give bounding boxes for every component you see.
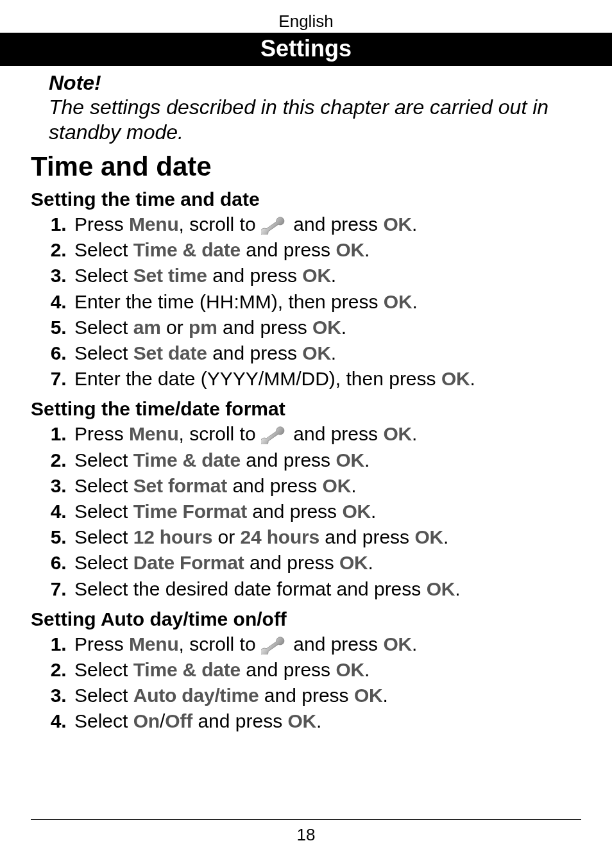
step-text: . <box>364 449 370 471</box>
menu-label: Time Format <box>133 501 247 522</box>
step-text: . <box>412 291 417 312</box>
step-text: Select the desired date format and press <box>74 578 427 599</box>
step-text: Enter the time (HH:MM), then press <box>74 291 384 312</box>
step-text: and press <box>293 213 383 235</box>
steps-list: Press Menu, scroll to and press OK. Sele… <box>31 631 581 735</box>
subsection-heading: Setting the time/date format <box>31 398 581 420</box>
step-text: and press <box>241 239 336 260</box>
step-item: Select 12 hours or 24 hours and press OK… <box>72 524 581 550</box>
menu-label: OK <box>383 633 412 655</box>
step-text: , scroll to <box>179 633 261 655</box>
language-label: English <box>31 12 581 31</box>
menu-label: OK <box>302 342 331 363</box>
step-text: . <box>443 526 448 547</box>
step-text: Select <box>74 449 133 471</box>
menu-label: 24 hours <box>241 526 319 547</box>
menu-label: OK <box>414 526 443 547</box>
step-text: and press <box>217 317 312 338</box>
menu-label: OK <box>383 423 412 444</box>
step-item: Press Menu, scroll to and press OK. <box>72 421 581 447</box>
menu-label: Time & date <box>133 239 241 260</box>
step-text: Select <box>74 685 133 706</box>
page-footer: 18 <box>31 819 581 845</box>
step-item: Enter the time (HH:MM), then press OK. <box>72 289 581 315</box>
step-text: Select <box>74 265 133 286</box>
step-text: Select <box>74 710 133 731</box>
step-text: Select <box>74 239 133 260</box>
step-text: and press <box>227 475 322 496</box>
menu-label: Time & date <box>133 449 241 471</box>
step-text: Select <box>74 501 133 522</box>
step-item: Select Set format and press OK. <box>72 473 581 499</box>
menu-label: OK <box>342 501 371 522</box>
step-text: and press <box>293 633 383 655</box>
step-text: and press <box>207 342 302 363</box>
menu-label: Set format <box>133 475 227 496</box>
page: English Settings Note! The settings desc… <box>0 0 612 868</box>
step-text: . <box>412 633 417 655</box>
wrench-icon <box>261 215 288 235</box>
step-item: Select Time & date and press OK. <box>72 657 581 683</box>
step-text: . <box>455 578 460 599</box>
step-text: or <box>212 526 240 547</box>
subsection-heading: Setting Auto day/time on/off <box>31 608 581 630</box>
menu-label: Time & date <box>133 659 241 680</box>
step-text: , scroll to <box>179 213 261 235</box>
step-text: or <box>161 317 189 338</box>
step-text: . <box>364 659 370 680</box>
step-text: and press <box>247 501 342 522</box>
menu-label: OK <box>384 291 412 312</box>
menu-label: Set time <box>133 265 207 286</box>
step-text: . <box>371 501 376 522</box>
step-text: and press <box>293 423 383 444</box>
step-text: . <box>412 213 417 235</box>
step-text: and press <box>244 552 339 573</box>
step-item: Select Set time and press OK. <box>72 263 581 288</box>
footer-rule <box>31 819 581 820</box>
step-text: Press <box>74 633 129 655</box>
step-text: Select <box>74 659 133 680</box>
step-text: . <box>383 685 388 706</box>
step-item: Select Time & date and press OK. <box>72 237 581 263</box>
menu-label: 12 hours <box>133 526 212 547</box>
step-text: . <box>470 368 475 389</box>
menu-label: OK <box>302 265 331 286</box>
step-text: . <box>331 342 336 363</box>
step-text: and press <box>241 659 336 680</box>
step-text: , scroll to <box>179 423 261 444</box>
note-body: The settings described in this chapter a… <box>49 95 581 145</box>
note-block: Note! The settings described in this cha… <box>31 71 581 145</box>
chapter-title: Settings <box>0 33 612 66</box>
steps-list: Press Menu, scroll to and press OK. Sele… <box>31 421 581 601</box>
menu-label: Menu <box>129 213 179 235</box>
wrench-icon <box>261 635 288 655</box>
section-heading: Time and date <box>31 151 581 182</box>
step-text: Enter the date (YYYY/MM/DD), then press <box>74 368 441 389</box>
step-item: Select Date Format and press OK. <box>72 550 581 576</box>
menu-label: Set date <box>133 342 207 363</box>
step-item: Press Menu, scroll to and press OK. <box>72 212 581 237</box>
step-text: Select <box>74 526 133 547</box>
step-text: . <box>364 239 370 260</box>
step-text: . <box>351 475 356 496</box>
menu-label: OK <box>287 710 316 731</box>
step-item: Select On/Off and press OK. <box>72 708 581 734</box>
menu-label: OK <box>354 685 383 706</box>
step-text: and press <box>192 710 287 731</box>
step-item: Press Menu, scroll to and press OK. <box>72 631 581 657</box>
menu-label: Menu <box>129 423 179 444</box>
menu-label: OK <box>312 317 341 338</box>
menu-label: am <box>133 317 161 338</box>
menu-label: Menu <box>129 633 179 655</box>
menu-label: OK <box>323 475 352 496</box>
step-text: Select <box>74 475 133 496</box>
step-text: Press <box>74 423 129 444</box>
menu-label: OK <box>383 213 412 235</box>
step-item: Select Set date and press OK. <box>72 340 581 366</box>
step-text: and press <box>319 526 414 547</box>
step-text: and press <box>241 449 336 471</box>
step-text: and press <box>207 265 302 286</box>
wrench-icon <box>261 425 288 444</box>
menu-label: Auto day/time <box>133 685 259 706</box>
step-item: Enter the date (YYYY/MM/DD), then press … <box>72 366 581 392</box>
